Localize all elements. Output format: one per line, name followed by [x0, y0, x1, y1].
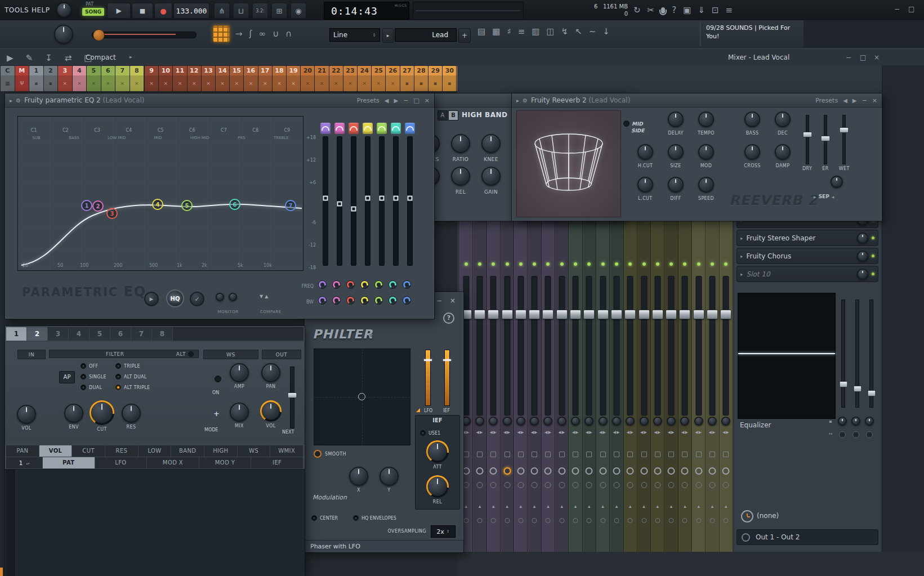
cut-icon[interactable]: ✂ — [648, 5, 655, 15]
mixer-minimize-button[interactable]: − — [846, 53, 851, 61]
loop-record-icon[interactable]: ◉ — [291, 3, 306, 19]
playlist-icon[interactable]: ▤ — [477, 26, 485, 37]
pattern-cell-14[interactable]: 14× — [216, 66, 229, 91]
eq-gain-handle[interactable] — [407, 196, 412, 201]
arrow-tool-icon[interactable]: → — [235, 29, 243, 39]
pattern-cell-6[interactable]: 6× — [101, 66, 115, 91]
swap-icon[interactable]: ⇄ — [65, 53, 72, 63]
mixer-strip[interactable]: ◀▶▴ — [487, 221, 501, 552]
ab-compare-a[interactable]: A — [438, 110, 448, 120]
strip-pan-knob[interactable] — [503, 417, 512, 426]
app-minimize-button[interactable]: − — [894, 5, 900, 13]
lp-target-tab-band[interactable]: BAND — [171, 445, 204, 457]
strip-fader[interactable] — [682, 276, 688, 416]
ws-on-toggle[interactable] — [215, 376, 221, 382]
eq-preview-button[interactable]: ▶ — [144, 292, 159, 306]
strip-fader-handle[interactable] — [529, 310, 540, 319]
strip-fader-handle[interactable] — [556, 310, 568, 319]
strip-fader-handle[interactable] — [707, 310, 718, 319]
play-marker-icon[interactable]: ▶ — [7, 53, 14, 63]
pattern-cell-27[interactable]: 27▪ — [400, 66, 414, 91]
eq-band-type-button[interactable] — [405, 123, 415, 134]
filter-mode-dual[interactable]: DUAL — [81, 385, 106, 390]
reverb-titlebar[interactable]: ▸ ⚙ Fruity Reeverb 2 (Lead Vocal) Preset… — [512, 93, 882, 108]
strip-fader-handle[interactable] — [679, 310, 690, 319]
reverb-knob-delay[interactable] — [668, 111, 684, 127]
mixer-strip[interactable]: ◀▶▴ — [610, 221, 623, 552]
mixer-strip[interactable]: ◀▶▴ — [651, 221, 664, 552]
mixer-strip[interactable]: ◀▶▴ — [528, 221, 541, 552]
lp-source-tab-mod-x[interactable]: MOD X — [147, 457, 199, 468]
ief-att-knob[interactable]: ATT — [425, 440, 450, 470]
pattern-cell-15[interactable]: 15× — [230, 66, 243, 91]
lp-tab-8[interactable]: 8 — [152, 327, 172, 341]
pattern-cell-4[interactable]: 4× — [73, 66, 87, 91]
pan-knob[interactable]: PAN — [258, 363, 283, 389]
sidechain-clock-icon[interactable] — [741, 510, 753, 523]
monitor-knob-l[interactable] — [216, 293, 224, 301]
swoosh-icon[interactable]: ~ — [589, 26, 596, 37]
eq-band-type-button[interactable] — [349, 123, 359, 134]
slot-mix-knob[interactable] — [857, 233, 868, 244]
sep-right-icon[interactable]: ◀ — [832, 195, 834, 199]
strip-fader-handle[interactable] — [611, 310, 622, 319]
slot-mix-knob[interactable] — [857, 269, 868, 280]
lp-tab-7[interactable]: 7 — [131, 327, 151, 341]
mixer-strip[interactable]: ◀▶▴ — [473, 221, 486, 552]
compare-down-icon[interactable]: ▼ — [260, 294, 263, 299]
mixer-strip[interactable]: ◀▶▴ — [692, 221, 706, 552]
eq-compare-arrows[interactable]: ▼ ▲ — [260, 294, 268, 299]
overdub-icon[interactable]: ⊞ — [271, 3, 287, 19]
song-toggle[interactable]: SONG — [82, 8, 104, 16]
mixer-strip[interactable]: ◀▶▴ — [679, 221, 692, 552]
strip-fader[interactable] — [476, 276, 483, 416]
menu-help[interactable]: HELP — [32, 6, 50, 14]
ief-rel-knob[interactable]: REL — [425, 475, 450, 504]
filter-mode-alt-dual[interactable]: ALT DUAL — [115, 374, 150, 379]
in-vol-knob[interactable]: VOL — [13, 405, 40, 431]
eq-apply-button[interactable]: ✓ — [190, 292, 204, 306]
eq-bw-knob[interactable] — [389, 296, 397, 305]
rack-eq-slider-handle[interactable] — [853, 386, 861, 392]
eq-band-type-button[interactable] — [334, 123, 345, 134]
strip-pan-knob[interactable] — [708, 417, 717, 426]
slide-switch[interactable]: ▸ — [382, 28, 394, 43]
preset-next-icon[interactable]: ▶ — [394, 97, 398, 104]
stop-button[interactable]: ■ — [132, 3, 153, 19]
collapse-arrow-icon[interactable]: ▸ — [516, 97, 519, 104]
xy-pad[interactable] — [314, 349, 410, 445]
strip-fader[interactable] — [517, 276, 524, 416]
drop-icon[interactable]: ↧ — [45, 53, 52, 63]
pattern-cell-22[interactable]: 22× — [329, 66, 343, 91]
eq-freq-knob[interactable] — [332, 280, 341, 289]
strip-fader[interactable] — [504, 276, 510, 416]
philter-menu-caret-icon[interactable]: ▼ — [369, 333, 373, 338]
help-icon[interactable]: ? — [672, 5, 676, 15]
lp-target-tab-res[interactable]: RES — [105, 445, 138, 457]
strip-fader-handle[interactable] — [652, 310, 663, 319]
eq-bw-knob[interactable] — [374, 296, 383, 305]
eq-gain-handle[interactable] — [393, 196, 398, 201]
strip-fader-handle[interactable] — [720, 310, 731, 319]
strip-fader-handle[interactable] — [693, 310, 704, 319]
pattern-cell-7[interactable]: 7× — [115, 66, 130, 91]
lp-tab-4[interactable]: 4 — [69, 327, 89, 341]
play-button[interactable]: ▶ — [107, 3, 131, 19]
record-button[interactable]: ● — [154, 3, 172, 19]
cut-knob[interactable]: CUT — [87, 400, 117, 432]
master-pitch-knob[interactable] — [54, 25, 73, 44]
pattern-cell-17[interactable]: 17× — [258, 66, 272, 91]
reverb-knob-size[interactable] — [668, 144, 684, 160]
eq-gain-slider[interactable] — [379, 136, 385, 266]
mixer-strip[interactable]: ◀▶▴ — [596, 221, 610, 552]
touch-icon[interactable]: ↖ — [575, 26, 582, 37]
eq-freq-knob[interactable] — [318, 280, 327, 289]
pattern-cell-29[interactable]: 29▪ — [428, 66, 442, 91]
lp-tab-1[interactable]: 1 — [6, 327, 26, 341]
pattern-cell-19[interactable]: 19× — [287, 66, 300, 91]
ws-mode-plus[interactable]: + — [213, 409, 220, 418]
strip-fader-handle[interactable] — [502, 310, 513, 319]
lp-pattern-stepper[interactable]: 1 ▴▾ — [6, 457, 42, 468]
save-icon[interactable]: ▣ — [683, 5, 691, 15]
reverb-slider-er[interactable] — [824, 115, 827, 164]
